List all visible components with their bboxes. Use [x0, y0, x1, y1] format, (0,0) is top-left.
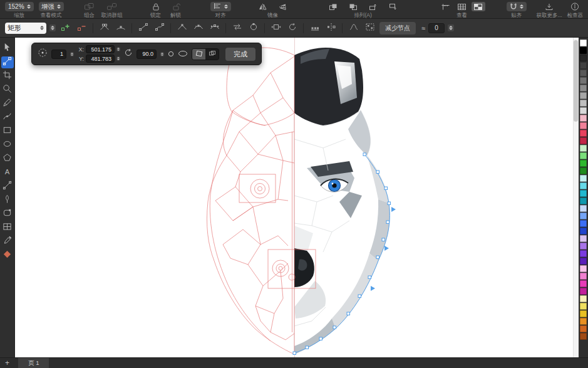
rotate-copy-toggle[interactable]: [205, 49, 219, 60]
get-more-button[interactable]: [542, 2, 556, 11]
rotate-object-toggle[interactable]: [192, 49, 205, 60]
smoothing-stepper[interactable]: [448, 24, 454, 31]
to-back-button[interactable]: [346, 2, 360, 11]
ellipse-tool[interactable]: [1, 139, 14, 151]
color-swatch[interactable]: [580, 220, 587, 227]
done-button[interactable]: 完成: [225, 48, 255, 61]
symmetric-node-button[interactable]: [208, 23, 221, 34]
color-swatch[interactable]: [580, 62, 587, 69]
color-swatch[interactable]: [580, 303, 587, 310]
color-swatch[interactable]: [580, 265, 587, 272]
color-swatch[interactable]: [580, 205, 587, 212]
angle-stepper[interactable]: [160, 52, 164, 56]
rectangle-tool[interactable]: [1, 125, 14, 137]
combine-button[interactable]: [83, 2, 96, 11]
color-swatch[interactable]: [580, 47, 587, 54]
color-swatch[interactable]: [580, 175, 587, 182]
color-swatch[interactable]: [580, 318, 587, 325]
rulers-view-button[interactable]: [439, 2, 453, 11]
close-curve-button[interactable]: [247, 23, 260, 34]
color-swatch[interactable]: [580, 107, 587, 114]
color-swatch[interactable]: [580, 137, 587, 144]
freehand-tool[interactable]: [1, 98, 14, 110]
grid-view-button[interactable]: [455, 2, 469, 11]
inspector-button[interactable]: [568, 2, 582, 11]
color-swatch[interactable]: [580, 333, 587, 340]
color-swatch[interactable]: [580, 115, 587, 122]
color-swatch[interactable]: [580, 273, 587, 280]
lock-button[interactable]: [149, 2, 163, 11]
select-all-nodes-button[interactable]: [363, 23, 376, 34]
mirror-vertical-button[interactable]: [276, 2, 290, 11]
ungroup-button[interactable]: [105, 2, 119, 11]
zoom-popup[interactable]: 152%: [5, 2, 34, 11]
color-swatch[interactable]: [580, 160, 587, 167]
angle-field[interactable]: 90.0: [137, 50, 157, 59]
rotate-nodes-button[interactable]: [286, 23, 299, 34]
fill-tool[interactable]: [1, 250, 14, 261]
color-swatch[interactable]: [580, 190, 587, 197]
color-swatch[interactable]: [580, 243, 587, 250]
color-swatch[interactable]: [580, 122, 587, 129]
color-swatch[interactable]: [580, 250, 587, 257]
x-field[interactable]: 501.175: [86, 45, 115, 53]
color-swatch[interactable]: [580, 288, 587, 295]
color-swatch[interactable]: [580, 100, 587, 107]
page-tab[interactable]: 页 1: [18, 358, 49, 368]
color-swatch[interactable]: [580, 228, 587, 234]
color-swatch[interactable]: [580, 235, 587, 242]
mirror-horizontal-button[interactable]: [256, 2, 270, 11]
back-one-button[interactable]: [386, 2, 400, 11]
crop-tool[interactable]: [1, 70, 14, 82]
forward-one-button[interactable]: [366, 2, 380, 11]
text-tool[interactable]: A: [1, 167, 14, 179]
y-field[interactable]: 481.783: [86, 55, 115, 63]
pixels-view-button[interactable]: [472, 2, 485, 11]
scrollbar-thumb[interactable]: [574, 40, 578, 122]
x-stepper[interactable]: [116, 47, 120, 51]
to-front-button[interactable]: [326, 2, 340, 11]
color-swatch[interactable]: [580, 280, 587, 287]
color-swatch[interactable]: [580, 197, 587, 204]
line-tool[interactable]: [1, 181, 14, 192]
canvas[interactable]: 1 X: 501.175 Y: 481.783: [15, 38, 579, 357]
add-page-button[interactable]: +: [5, 359, 9, 367]
color-swatch[interactable]: [580, 92, 587, 99]
eyedropper-tool[interactable]: [1, 236, 14, 248]
smooth-node-button[interactable]: [192, 23, 205, 34]
y-stepper[interactable]: [116, 56, 120, 61]
polygon-tool[interactable]: [1, 153, 14, 165]
color-swatch[interactable]: [580, 130, 587, 137]
stretch-nodes-button[interactable]: [269, 23, 282, 34]
rendered-half[interactable]: [294, 48, 389, 354]
reduce-nodes-button[interactable]: 减少节点: [379, 22, 416, 34]
color-swatch[interactable]: [580, 70, 587, 76]
color-swatch[interactable]: [580, 258, 587, 265]
color-swatch[interactable]: [580, 152, 587, 159]
color-swatch[interactable]: [580, 77, 587, 84]
color-swatch[interactable]: [580, 295, 587, 302]
delete-node-button[interactable]: [75, 23, 88, 34]
vertical-scrollbar[interactable]: [573, 38, 579, 357]
reflect-nodes-button[interactable]: [324, 23, 338, 34]
to-curve-button[interactable]: [153, 23, 166, 34]
pick-tool[interactable]: [1, 43, 14, 55]
color-swatch[interactable]: [580, 85, 587, 92]
to-line-button[interactable]: [137, 23, 150, 34]
shape-type-select[interactable]: 矩形: [5, 23, 46, 34]
shape-edit-tool[interactable]: [1, 208, 14, 220]
table-tool[interactable]: [1, 222, 14, 234]
artwork-canvas[interactable]: [200, 38, 407, 357]
zoom-tool[interactable]: [1, 84, 14, 96]
copies-stepper[interactable]: [70, 52, 74, 56]
shape-tool[interactable]: [1, 56, 14, 68]
cusp-node-button[interactable]: [175, 23, 188, 34]
color-swatch[interactable]: [580, 310, 587, 317]
unlock-button[interactable]: [169, 2, 183, 11]
color-swatch[interactable]: [580, 55, 587, 61]
break-curve-button[interactable]: [98, 23, 111, 34]
add-node-button[interactable]: [59, 23, 72, 34]
color-swatch[interactable]: [580, 39, 587, 46]
color-swatch[interactable]: [580, 182, 587, 189]
shape-stepper[interactable]: [49, 24, 56, 31]
